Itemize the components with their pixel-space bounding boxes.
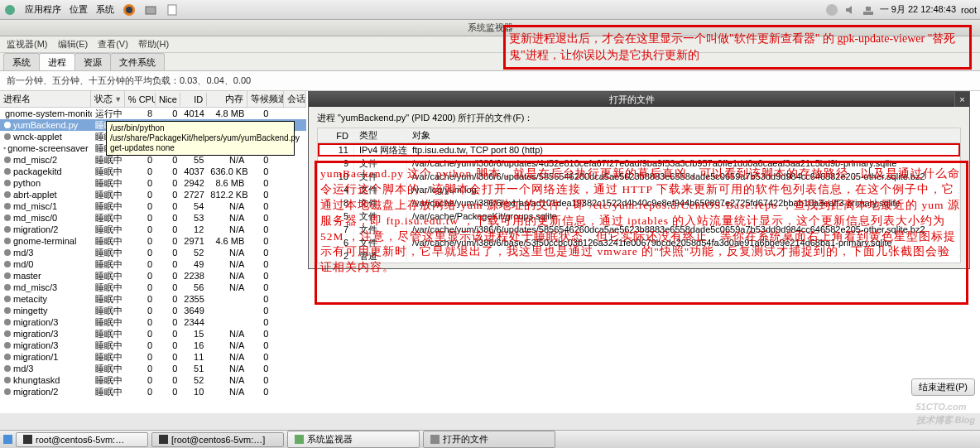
process-row[interactable]: abrt-applet睡眠中002727812.2 KB0: [0, 189, 306, 200]
show-desktop-icon[interactable]: [3, 435, 12, 444]
process-icon: [3, 341, 12, 349]
process-row[interactable]: md/0睡眠中0049N/A0: [0, 258, 306, 270]
clock[interactable]: 一 9月 22 12:48:43: [880, 3, 956, 16]
process-actions: 结束进程(P): [911, 378, 975, 395]
process-row[interactable]: migration/3睡眠中0023440: [0, 316, 306, 328]
svg-point-29: [4, 354, 11, 360]
watermark: 51CTO.com 技术博客 Blog: [916, 397, 976, 426]
menu-system[interactable]: 系统: [96, 3, 114, 16]
svg-rect-36: [295, 435, 304, 444]
svg-point-19: [4, 238, 11, 244]
terminal-icon: [159, 435, 168, 444]
tab-resources[interactable]: 资源: [74, 53, 111, 70]
process-icon: [3, 214, 12, 222]
process-icon: [3, 364, 12, 373]
process-icon: [3, 260, 12, 268]
process-tooltip: /usr/bin/python /usr/share/PackageKit/he…: [106, 121, 295, 156]
menu-view[interactable]: 查看(V): [98, 38, 128, 51]
process-row[interactable]: migration/1睡眠中0011N/A0: [0, 351, 306, 363]
process-icon: [3, 248, 12, 257]
file-row[interactable]: 11IPv4 网络连接ftp.isu.edu.tw, TCP port 80 (…: [318, 143, 960, 157]
dialog-close-button[interactable]: ×: [954, 92, 969, 107]
process-row[interactable]: md_misc/2睡眠中0055N/A0: [0, 154, 306, 166]
process-row[interactable]: md/3睡眠中0051N/A0: [0, 363, 306, 374]
annotation-2: yumBackend.py 这个 python 脚本，就是在后台执行更新的幕后真…: [315, 161, 968, 305]
col-wait[interactable]: 等候频道: [247, 91, 284, 107]
task-system-monitor[interactable]: 系统监视器: [287, 431, 420, 448]
firefox-icon[interactable]: [122, 3, 136, 17]
annotation-1: 更新进程退出后，才会在这里显示一个叫做"软件更新查看器" 的 gpk-updat…: [503, 25, 972, 70]
process-row[interactable]: gnome-system-monitor运行中8040144.8 MB0: [0, 108, 306, 119]
update-notifier-icon[interactable]: [825, 3, 838, 17]
task-terminal-2[interactable]: [root@centos6-5vm:…]: [151, 432, 284, 447]
svg-point-14: [4, 180, 11, 186]
process-icon: [3, 272, 12, 280]
network-icon[interactable]: [862, 3, 875, 17]
process-icon: [3, 353, 12, 361]
process-icon: [3, 144, 6, 152]
process-icon: [3, 237, 12, 245]
task-terminal-1[interactable]: root@centos6-5vm:…: [16, 432, 148, 447]
process-table-header[interactable]: 进程名 状态▼ % CPU Nice ID 内存 等候频道 会话: [0, 91, 306, 108]
menu-places[interactable]: 位置: [70, 3, 88, 16]
col-type[interactable]: 类型: [354, 128, 407, 143]
svg-point-31: [4, 377, 11, 383]
tab-processes[interactable]: 进程: [39, 53, 75, 70]
process-row[interactable]: migration/3睡眠中0016N/A0: [0, 340, 306, 351]
tab-system[interactable]: 系统: [3, 53, 40, 70]
process-icon: [3, 121, 12, 129]
process-row[interactable]: md/3睡眠中0052N/A0: [0, 247, 306, 258]
svg-point-22: [4, 272, 11, 279]
menu-edit[interactable]: 编辑(E): [58, 38, 89, 51]
col-cpu[interactable]: % CPU: [125, 93, 156, 106]
svg-rect-33: [3, 435, 12, 444]
task-open-files[interactable]: 打开的文件: [423, 431, 555, 448]
process-row[interactable]: migration/2睡眠中0010N/A0: [0, 386, 306, 397]
svg-point-30: [4, 365, 11, 372]
menu-monitor[interactable]: 监视器(M): [7, 38, 48, 51]
process-row[interactable]: mingetty睡眠中0036490: [0, 305, 306, 316]
svg-point-0: [5, 5, 15, 15]
process-row[interactable]: md_misc/1睡眠中0054N/A0: [0, 200, 306, 212]
text-editor-icon[interactable]: [166, 3, 179, 17]
col-name[interactable]: 进程名: [0, 91, 91, 107]
gnome-foot-icon: [3, 3, 17, 17]
svg-rect-7: [866, 7, 871, 11]
col-id[interactable]: ID: [180, 93, 207, 106]
menu-help[interactable]: 帮助(H): [138, 38, 169, 51]
col-status[interactable]: 状态▼: [91, 91, 125, 107]
dialog-titlebar[interactable]: 打开的文件 ×: [309, 92, 969, 107]
process-row[interactable]: khungtaskd睡眠中0052N/A0: [0, 374, 306, 386]
svg-point-20: [4, 249, 11, 256]
process-row[interactable]: migration/3睡眠中0015N/A0: [0, 328, 306, 340]
process-row[interactable]: master睡眠中002238N/A0: [0, 270, 306, 282]
col-session[interactable]: 会话: [284, 91, 306, 107]
end-process-button[interactable]: 结束进程(P): [911, 378, 975, 396]
files-table-header[interactable]: FD 类型 对象: [318, 128, 960, 143]
process-row[interactable]: packagekitd睡眠中004037636.0 KB0: [0, 166, 306, 177]
svg-point-18: [4, 226, 11, 233]
col-nice[interactable]: Nice: [156, 93, 180, 106]
process-row[interactable]: md_misc/3睡眠中0056N/A0: [0, 282, 306, 293]
monitor-icon: [295, 435, 304, 444]
process-icon: [3, 156, 12, 164]
file-manager-icon[interactable]: [144, 3, 157, 17]
process-row[interactable]: python睡眠中0029428.6 MB0: [0, 177, 306, 189]
process-icon: [3, 167, 12, 176]
col-memory[interactable]: 内存: [207, 91, 247, 107]
svg-point-10: [4, 133, 11, 140]
process-row[interactable]: metacity睡眠中0023550: [0, 293, 306, 305]
svg-point-27: [4, 330, 11, 337]
process-row[interactable]: md_misc/0睡眠中0053N/A0: [0, 212, 306, 224]
svg-point-21: [4, 261, 11, 267]
menu-applications[interactable]: 应用程序: [25, 3, 61, 16]
tab-filesystem[interactable]: 文件系统: [110, 53, 165, 70]
user-menu[interactable]: root: [961, 5, 977, 15]
volume-icon[interactable]: [843, 3, 857, 17]
process-row[interactable]: gnome-terminal睡眠中0029714.6 MB0: [0, 235, 306, 247]
col-object[interactable]: 对象: [407, 128, 960, 143]
svg-point-2: [126, 7, 132, 13]
process-row[interactable]: migration/2睡眠中0012N/A0: [0, 224, 306, 235]
col-fd[interactable]: FD: [318, 129, 354, 142]
dialog-title: 打开的文件: [309, 92, 954, 107]
